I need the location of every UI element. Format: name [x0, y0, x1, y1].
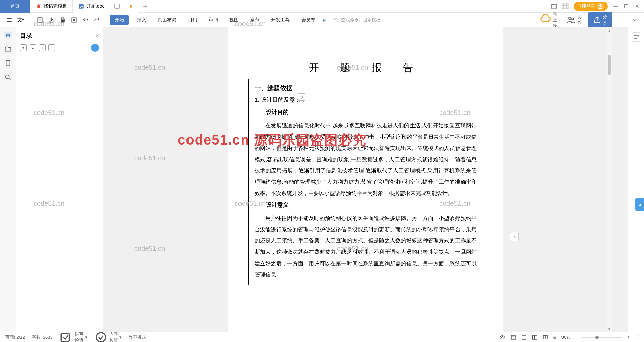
share-button[interactable]: 分享 [588, 12, 612, 28]
zoom-out-button[interactable]: − [575, 335, 578, 340]
menu-insert[interactable]: 插入 [133, 16, 150, 24]
compat-mode[interactable]: 兼容模式 [128, 334, 146, 340]
statusbar: 页面: 2/12 字数: 3633 拼写检查 ▾ 内容检查 ▾ 兼容模式 ⊕ 8… [0, 332, 644, 342]
move-handle-icon[interactable]: ✥ [298, 93, 305, 101]
redo-icon[interactable] [94, 17, 100, 23]
panel-close-button[interactable]: × [95, 32, 99, 39]
style-panel-icon[interactable] [632, 32, 641, 42]
view-mode-2-icon[interactable] [521, 334, 527, 340]
eye-icon[interactable] [499, 334, 505, 340]
menu-devtools[interactable]: 开发工具 [268, 16, 293, 24]
menu-layout[interactable]: 页面布局 [154, 16, 180, 24]
tab-label: 开题.doc [86, 3, 104, 9]
svg-rect-32 [61, 333, 69, 341]
menu-view[interactable]: 视图 [226, 16, 242, 24]
remove-icon[interactable]: − [48, 44, 55, 51]
fullscreen-icon[interactable]: ⛶ [634, 335, 639, 340]
overflow-icon[interactable]: ▸ [323, 17, 326, 23]
command-search[interactable]: 查找命令、搜索模板 [334, 17, 380, 23]
layout-icon[interactable] [551, 3, 557, 10]
cloud-label: 未上云 [553, 11, 560, 29]
svg-rect-39 [535, 335, 537, 339]
find-icon[interactable] [4, 74, 12, 81]
add-icon[interactable]: + [39, 44, 46, 51]
menu-review[interactable]: 审阅 [205, 16, 221, 24]
word-icon: W [78, 3, 84, 9]
svg-rect-4 [563, 4, 565, 6]
view-mode-3-icon[interactable] [532, 334, 538, 340]
file-menu[interactable]: 文件 [17, 17, 27, 23]
new-tab-button[interactable]: + [138, 2, 152, 11]
menu-chapter[interactable]: 章节 [247, 16, 263, 24]
scroll-up-icon[interactable]: ▲ [607, 28, 612, 33]
zoom-knob[interactable] [595, 336, 599, 339]
print-icon[interactable] [59, 17, 66, 23]
page-indicator[interactable]: 页面: 2/12 [5, 334, 25, 340]
close-button[interactable]: ✕ [634, 3, 640, 9]
document-viewport[interactable]: 开 题 报 告 一、选题依据 1. 设计目的及意义： 设计目的 在发展迅速的信息… [103, 27, 628, 332]
contentcheck-label: 内容检查 [109, 331, 118, 342]
scroll-down-icon[interactable]: ▼ [607, 327, 612, 331]
hamburger-icon[interactable] [6, 17, 13, 23]
paragraph: 用户往往因为不能及时的预约到心仪的医生而造成许多烦恼。另一方面，小型诊疗预约平台… [255, 213, 477, 280]
reading-mode-icon[interactable] [542, 334, 548, 340]
heading-3: 设计意义 [255, 201, 477, 209]
svg-line-28 [9, 78, 10, 80]
outline-icon[interactable] [4, 32, 12, 39]
left-rail [0, 27, 16, 332]
zoom-in-button[interactable]: + [627, 335, 630, 340]
expand-all-icon[interactable]: ▾ [20, 44, 27, 51]
svg-point-8 [599, 4, 602, 7]
maximize-button[interactable] [623, 3, 629, 9]
cloud-status[interactable]: 未上云 [540, 11, 560, 29]
document-page: 开 题 报 告 一、选题依据 1. 设计目的及意义： 设计目的 在发展迅速的信息… [228, 27, 503, 332]
separator [105, 16, 105, 24]
separator [32, 16, 32, 24]
preview-icon[interactable] [71, 17, 77, 23]
minimize-button[interactable]: ─ [612, 3, 619, 9]
bookmark-icon[interactable] [4, 60, 12, 67]
tab-templates[interactable]: 找稻壳模板 [30, 0, 73, 13]
tab-home[interactable]: 首页 [0, 0, 30, 13]
grid-icon[interactable] [562, 3, 569, 10]
menu-member[interactable]: 会员专 [298, 16, 319, 24]
save-icon[interactable] [37, 17, 43, 23]
svg-point-23 [572, 18, 574, 20]
expand-handle-icon[interactable]: ‹ [510, 232, 519, 241]
spellcheck-label: 拼写检查 [75, 331, 84, 342]
word-count[interactable]: 字数: 3633 [32, 334, 53, 340]
menu-reference[interactable]: 引用 [184, 16, 201, 24]
login-button[interactable]: 立即登录 [574, 2, 608, 11]
svg-point-22 [569, 17, 571, 19]
svg-point-27 [5, 75, 9, 79]
outline-panel: 目录 × ▾ ▴ + − [16, 27, 103, 332]
side-tab-icon[interactable]: ◂ [635, 198, 644, 211]
svg-line-21 [337, 21, 338, 22]
menu-start[interactable]: 开始 [110, 15, 129, 25]
collab-button[interactable]: 协作 [566, 14, 582, 26]
scroll-thumb[interactable] [608, 55, 611, 75]
collapse-icon[interactable] [631, 17, 638, 23]
view-mode-1-icon[interactable] [510, 334, 516, 340]
svg-rect-35 [511, 335, 515, 339]
tab-document[interactable]: W 开题.doc [73, 0, 138, 13]
spellcheck-toggle[interactable]: 拼写检查 ▾ [59, 330, 87, 342]
undo-icon[interactable] [82, 17, 89, 23]
right-rail [628, 27, 644, 332]
login-label: 立即登录 [578, 3, 595, 9]
folder-icon[interactable] [4, 46, 12, 53]
zoom-fit-icon[interactable]: ⊕ [553, 335, 557, 340]
paragraph: 在发展迅速的信息化时代中,越来越多互联网科技走进人们的生活,人们开始接受互联网带… [255, 120, 477, 199]
share-label: 分享 [603, 14, 608, 26]
unsaved-dot-icon [130, 5, 132, 8]
assistant-icon[interactable] [91, 44, 99, 52]
scrollbar[interactable]: ▲ ▼ [607, 27, 612, 332]
heading-2: 1. 设计目的及意义： [255, 96, 477, 104]
zoom-slider[interactable] [582, 337, 622, 338]
more-icon[interactable]: ⋮ [619, 17, 625, 23]
svg-rect-16 [62, 18, 64, 19]
collapse-all-icon[interactable]: ▴ [30, 44, 36, 51]
export-icon[interactable] [48, 17, 55, 23]
zoom-value[interactable]: 80% [561, 335, 570, 340]
main-area: 目录 × ▾ ▴ + − 开 题 报 告 一、选题依据 1. 设计目的及意义： … [0, 27, 644, 332]
